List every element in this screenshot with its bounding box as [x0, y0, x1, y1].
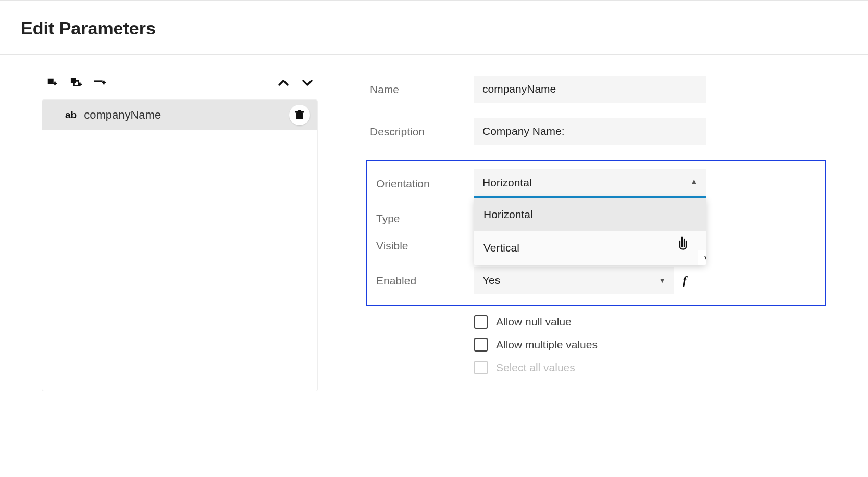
cursor-icon	[678, 236, 691, 252]
allow-multiple-row: Allow multiple values	[474, 338, 826, 352]
name-label: Name	[370, 83, 474, 96]
svg-rect-12	[298, 110, 301, 112]
visible-label: Visible	[367, 240, 474, 252]
name-input[interactable]	[474, 76, 706, 103]
orientation-dropdown: Horizontal Vertical Vertical	[474, 198, 706, 265]
parameter-list-item[interactable]: ab companyName	[42, 100, 317, 130]
select-all-checkbox	[474, 361, 488, 374]
highlighted-region: Orientation Horizontal ▼ Horizontal Vert…	[366, 160, 826, 306]
add-parameter-icon[interactable]	[45, 76, 59, 90]
enabled-label: Enabled	[367, 274, 474, 287]
select-all-label: Select all values	[496, 361, 575, 374]
orientation-value: Horizontal	[482, 177, 532, 189]
orientation-option-vertical-label: Vertical	[483, 242, 519, 254]
tooltip: Vertical	[698, 250, 706, 265]
description-label: Description	[370, 125, 474, 138]
orientation-label: Orientation	[367, 178, 474, 190]
parameter-type-icon: ab	[65, 109, 77, 121]
orientation-option-horizontal[interactable]: Horizontal	[474, 198, 706, 231]
svg-rect-7	[94, 80, 103, 82]
orientation-select[interactable]: Horizontal ▼	[474, 169, 706, 198]
delete-parameter-button[interactable]	[289, 105, 310, 125]
allow-null-label: Allow null value	[496, 316, 572, 328]
move-down-icon[interactable]	[300, 76, 315, 90]
description-input[interactable]	[474, 118, 706, 145]
enabled-select[interactable]: Yes ▼	[474, 267, 674, 294]
enabled-value: Yes	[482, 274, 500, 286]
trash-icon	[295, 110, 304, 120]
formula-icon[interactable]: f	[683, 273, 687, 287]
chevron-down-icon: ▼	[659, 276, 666, 284]
svg-rect-10	[296, 112, 303, 119]
dialog-header: Edit Parameters	[0, 1, 868, 55]
move-up-icon[interactable]	[276, 76, 291, 90]
select-all-row: Select all values	[474, 361, 826, 374]
parameter-form: Name Description Orientation Horizontal …	[370, 76, 826, 391]
svg-rect-6	[79, 83, 81, 86]
parameter-list: ab companyName	[42, 99, 318, 391]
svg-rect-0	[48, 79, 54, 84]
type-label: Type	[367, 212, 474, 225]
parameter-toolbar	[42, 76, 318, 99]
allow-null-checkbox[interactable]	[474, 315, 488, 329]
allow-null-row: Allow null value	[474, 315, 826, 329]
duplicate-parameter-icon[interactable]	[69, 76, 83, 90]
allow-multiple-checkbox[interactable]	[474, 338, 488, 352]
page-title: Edit Parameters	[21, 18, 847, 39]
svg-rect-9	[103, 81, 105, 84]
svg-rect-4	[73, 81, 78, 85]
parameter-list-panel: ab companyName	[42, 76, 318, 391]
add-separator-icon[interactable]	[93, 76, 107, 90]
orientation-option-vertical[interactable]: Vertical Vertical	[474, 231, 706, 265]
parameter-item-name: companyName	[84, 108, 161, 122]
svg-rect-2	[54, 82, 56, 85]
allow-multiple-label: Allow multiple values	[496, 338, 598, 351]
chevron-up-icon: ▼	[690, 179, 698, 187]
